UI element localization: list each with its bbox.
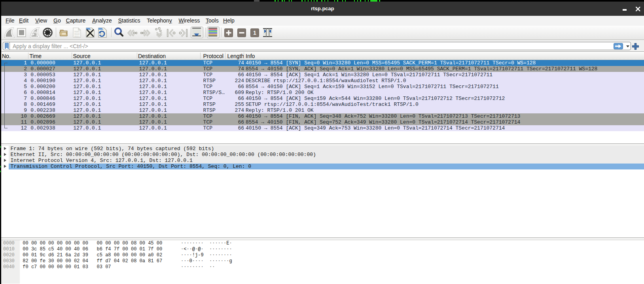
svg-text:0111: 0111	[74, 35, 80, 38]
svg-text:1: 1	[253, 30, 256, 36]
